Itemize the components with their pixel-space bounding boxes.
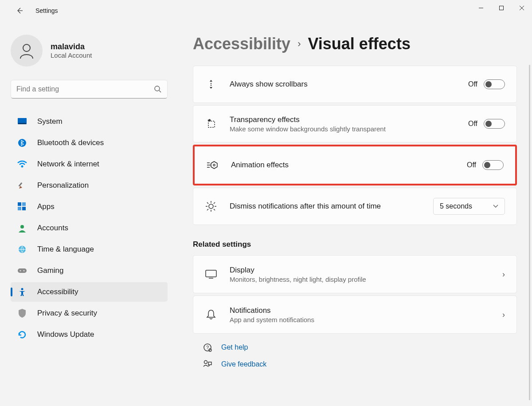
transparency-icon (205, 118, 217, 130)
sidebar-item-label: Accessibility (37, 288, 78, 296)
svg-point-24 (211, 83, 211, 84)
maximize-button[interactable] (491, 0, 512, 16)
svg-line-7 (159, 91, 161, 92)
svg-point-11 (21, 166, 23, 168)
sidebar-item-privacy[interactable]: Privacy & security (11, 304, 168, 323)
svg-point-21 (20, 270, 21, 272)
sidebar-item-label: System (37, 117, 63, 126)
toggle-state: Off (467, 161, 476, 169)
help-links: ? Get help Give feedback (193, 343, 517, 369)
svg-point-6 (155, 86, 160, 91)
paintbrush-icon (17, 180, 27, 191)
svg-point-5 (23, 44, 30, 51)
setting-subtitle: App and system notifications (230, 316, 502, 323)
svg-rect-26 (208, 121, 215, 127)
brightness-icon (205, 200, 217, 213)
setting-title: Transparency effects (230, 115, 468, 124)
scrollbars-icon (205, 78, 217, 91)
setting-notification-timeout[interactable]: Dismiss notifications after this amount … (193, 188, 517, 225)
person-icon (18, 42, 35, 59)
search-input[interactable] (16, 85, 154, 93)
setting-animation[interactable]: Animation effects Off (195, 146, 515, 184)
sidebar-item-system[interactable]: System (11, 112, 168, 131)
get-help-link[interactable]: ? Get help (203, 343, 517, 352)
account-block[interactable]: malavida Local Account (11, 30, 171, 67)
sidebar-item-time[interactable]: Time & language (11, 240, 168, 259)
svg-point-25 (211, 85, 211, 86)
sidebar-item-network[interactable]: Network & internet (11, 154, 168, 174)
feedback-icon (203, 359, 212, 369)
sidebar-item-label: Privacy & security (37, 309, 97, 318)
window-controls (471, 0, 532, 16)
shield-icon (17, 308, 27, 319)
update-icon (17, 329, 27, 340)
account-type: Local Account (51, 51, 92, 59)
sidebar-item-update[interactable]: Windows Update (11, 325, 168, 344)
toggle-animation[interactable] (482, 160, 504, 170)
bluetooth-icon (17, 138, 27, 148)
highlight-box: Animation effects Off (193, 145, 517, 185)
svg-point-31 (209, 204, 213, 209)
breadcrumb-current: Visual effects (308, 35, 410, 53)
notification-timeout-dropdown[interactable]: 5 seconds (433, 198, 505, 215)
accessibility-icon (17, 287, 27, 297)
bell-icon (205, 308, 217, 321)
minimize-button[interactable] (471, 0, 491, 16)
breadcrumb-parent[interactable]: Accessibility (193, 35, 290, 53)
svg-line-36 (207, 202, 208, 204)
setting-scrollbars[interactable]: Always show scrollbars Off (193, 66, 517, 103)
toggle-scrollbars[interactable] (484, 79, 505, 89)
apps-icon (17, 201, 27, 212)
svg-point-10 (18, 139, 26, 147)
toggle-transparency[interactable] (484, 119, 505, 129)
close-icon (519, 5, 524, 11)
svg-point-17 (20, 225, 24, 229)
svg-rect-40 (206, 270, 216, 277)
svg-rect-20 (18, 268, 27, 273)
sidebar-item-accounts[interactable]: Accounts (11, 218, 168, 238)
svg-text:?: ? (206, 345, 209, 350)
sidebar-item-label: Accounts (37, 224, 68, 233)
toggle-state: Off (468, 80, 477, 88)
related-notifications[interactable]: Notifications App and system notificatio… (193, 296, 517, 334)
svg-line-39 (207, 209, 208, 210)
sidebar-item-gaming[interactable]: Gaming (11, 261, 168, 280)
svg-rect-14 (22, 202, 26, 206)
gamepad-icon (17, 265, 27, 276)
breadcrumb: Accessibility › Visual effects (193, 35, 517, 53)
svg-point-22 (23, 270, 25, 272)
sidebar-item-apps[interactable]: Apps (11, 197, 168, 217)
maximize-icon (499, 5, 504, 11)
search-box[interactable] (11, 80, 168, 99)
chevron-right-icon: › (297, 38, 301, 50)
setting-transparency[interactable]: Transparency effects Make some window ba… (193, 105, 517, 142)
chevron-right-icon: › (502, 310, 505, 319)
search-icon (154, 85, 162, 93)
svg-rect-15 (18, 207, 21, 210)
scrollbar[interactable] (529, 65, 530, 400)
svg-line-38 (214, 202, 215, 204)
wifi-icon (17, 159, 27, 169)
link-text: Get help (221, 343, 248, 351)
svg-rect-16 (22, 207, 26, 210)
sidebar-item-label: Windows Update (37, 330, 94, 339)
sidebar-item-bluetooth[interactable]: Bluetooth & devices (11, 133, 168, 153)
app-title: Settings (35, 7, 58, 14)
back-button[interactable] (11, 2, 28, 20)
setting-title: Dismiss notifications after this amount … (230, 202, 433, 211)
setting-title: Always show scrollbars (230, 80, 468, 89)
sidebar-item-personalization[interactable]: Personalization (11, 176, 168, 195)
sidebar-item-label: Network & internet (37, 160, 99, 169)
help-icon: ? (203, 343, 212, 352)
arrow-left-icon (16, 7, 23, 15)
account-name: malavida (51, 42, 92, 51)
feedback-link[interactable]: Give feedback (203, 359, 517, 369)
sidebar-item-label: Apps (37, 202, 55, 211)
sidebar-item-accessibility[interactable]: Accessibility (11, 282, 168, 302)
related-display[interactable]: Display Monitors, brightness, night ligh… (193, 255, 517, 293)
clock-globe-icon (17, 244, 27, 255)
svg-point-30 (213, 164, 215, 166)
related-settings-header: Related settings (193, 240, 517, 249)
close-button[interactable] (512, 0, 532, 16)
setting-title: Animation effects (231, 161, 467, 169)
